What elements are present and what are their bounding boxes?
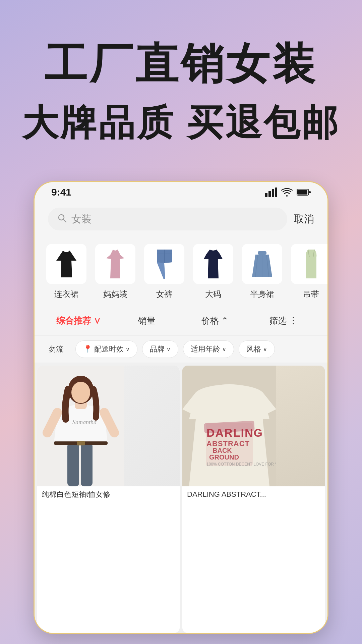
category-img-dress: [46, 244, 86, 284]
category-item-dress[interactable]: 连衣裙: [45, 244, 88, 300]
product-image-left: Samantha: [37, 366, 180, 486]
category-img-skirt: [242, 244, 282, 284]
woman-figure-icon: Samantha: [37, 366, 124, 486]
chevron-style-icon: ∨: [263, 346, 267, 353]
category-label-2: 女裤: [156, 289, 172, 300]
svg-text:DARLING: DARLING: [206, 426, 263, 439]
dress-pink-icon: [104, 249, 127, 279]
category-item-mom[interactable]: 妈妈装: [94, 244, 137, 300]
sort-label-filter: 筛选 ⋮: [269, 316, 298, 326]
sort-label-price: 价格 ⌃: [201, 316, 229, 326]
status-time: 9:41: [51, 186, 71, 198]
category-item-sling[interactable]: 吊带: [289, 244, 327, 300]
product-grid: Samantha 纯棉白色短袖t恤女修: [35, 363, 327, 633]
status-bar: 9:41: [35, 182, 327, 202]
sling-icon: [302, 249, 320, 279]
status-icons: [265, 187, 311, 197]
category-item-skirt[interactable]: 半身裙: [240, 244, 284, 300]
darling-product-icon: DARLING ABSTRACT BACK GROUND 100% COTTON…: [182, 366, 276, 486]
category-label-1: 妈妈装: [103, 289, 127, 300]
svg-text:Samantha: Samantha: [72, 419, 97, 426]
hero-section: 工厂直销女装 大牌品质 买退包邮: [0, 40, 362, 144]
page-container: 工厂直销女装 大牌品质 买退包邮 9:41: [0, 0, 362, 644]
filter-chip-stream[interactable]: 勿流: [41, 341, 71, 358]
battery-icon: [297, 188, 311, 196]
filter-chip-style[interactable]: 风格 ∨: [239, 340, 275, 358]
hero-title-sub: 大牌品质 买退包邮: [20, 101, 342, 145]
svg-rect-20: [81, 443, 93, 486]
category-img-sling: [291, 244, 327, 284]
filter-chip-delivery[interactable]: 📍 配送时效 ∨: [75, 340, 137, 358]
filter-label-delivery: 配送时效: [94, 344, 124, 354]
svg-rect-9: [114, 258, 117, 278]
sort-label-recommended: 综合推荐 ∨: [56, 316, 101, 326]
chevron-delivery-icon: ∨: [126, 346, 130, 353]
svg-rect-2: [272, 189, 274, 197]
svg-point-24: [71, 382, 90, 403]
svg-rect-3: [275, 187, 277, 197]
category-img-pants: [144, 244, 184, 284]
filter-chip-age[interactable]: 适用年龄 ∨: [183, 340, 234, 358]
filter-chip-brand[interactable]: 品牌 ∨: [142, 340, 178, 358]
product-card-right[interactable]: DARLING ABSTRACT BACK GROUND 100% COTTON…: [182, 366, 325, 633]
svg-rect-12: [258, 251, 266, 255]
sort-item-filter[interactable]: 筛选 ⋮: [249, 312, 318, 329]
jeans-icon: [154, 249, 175, 279]
category-img-large: [193, 244, 233, 284]
category-label-0: 连衣裙: [54, 289, 78, 300]
search-section: 女装 取消: [35, 202, 327, 237]
filter-label-style: 风格: [246, 344, 261, 354]
sort-item-sales[interactable]: 销量: [113, 312, 181, 329]
svg-text:100% COTTON DECENT LOVE FOR YO: 100% COTTON DECENT LOVE FOR YOU: [206, 462, 276, 467]
phone-inner: 女装 取消 连衣裙: [35, 202, 327, 633]
category-label-4: 半身裙: [250, 289, 274, 300]
sort-bar: 综合推荐 ∨ 销量 价格 ⌃ 筛选 ⋮: [35, 306, 327, 336]
svg-text:BACK: BACK: [213, 447, 232, 454]
dress-navy-icon: [203, 249, 223, 279]
sub-filter-bar: 勿流 📍 配送时效 ∨ 品牌 ∨ 适用年龄 ∨ 风格 ∨: [35, 336, 327, 363]
category-item-large[interactable]: 大码: [191, 244, 235, 300]
filter-label-age: 适用年龄: [191, 344, 220, 354]
svg-rect-6: [309, 191, 311, 193]
product-card-left[interactable]: Samantha 纯棉白色短袖t恤女修: [37, 366, 180, 633]
svg-rect-1: [268, 191, 271, 197]
product-title-left: 纯棉白色短袖t恤女修: [37, 486, 180, 501]
skirt-icon: [250, 251, 274, 277]
wifi-icon: [281, 187, 293, 197]
cancel-button[interactable]: 取消: [294, 212, 314, 226]
category-section: 连衣裙 妈妈装: [35, 237, 327, 306]
signal-icon: [265, 187, 277, 197]
product-title-right: DARLING ABSTRACT...: [182, 486, 325, 501]
category-label-3: 大码: [205, 289, 221, 300]
search-text: 女装: [71, 212, 92, 226]
svg-rect-19: [67, 443, 79, 486]
category-item-pants[interactable]: 女裤: [142, 244, 186, 300]
search-icon: [57, 213, 67, 225]
search-bar[interactable]: 女装: [48, 208, 287, 230]
sort-item-price[interactable]: 价格 ⌃: [181, 312, 249, 329]
phone-mockup: 9:41: [34, 181, 328, 634]
product-image-right: DARLING ABSTRACT BACK GROUND 100% COTTON…: [182, 366, 325, 486]
svg-rect-5: [297, 190, 307, 195]
svg-rect-27: [77, 441, 85, 445]
chevron-age-icon: ∨: [222, 346, 226, 353]
hero-title-main: 工厂直销女装: [20, 40, 342, 88]
svg-text:GROUND: GROUND: [209, 453, 239, 461]
category-img-mom: [95, 244, 135, 284]
sort-item-recommended[interactable]: 综合推荐 ∨: [45, 312, 113, 329]
location-icon: 📍: [83, 345, 92, 354]
sort-label-sales: 销量: [138, 316, 156, 326]
filter-label-brand: 品牌: [150, 344, 165, 354]
svg-rect-0: [265, 193, 267, 197]
category-label-5: 吊带: [303, 289, 319, 300]
chevron-brand-icon: ∨: [167, 346, 171, 353]
dress-black-icon: [55, 249, 78, 279]
svg-line-8: [63, 219, 66, 222]
